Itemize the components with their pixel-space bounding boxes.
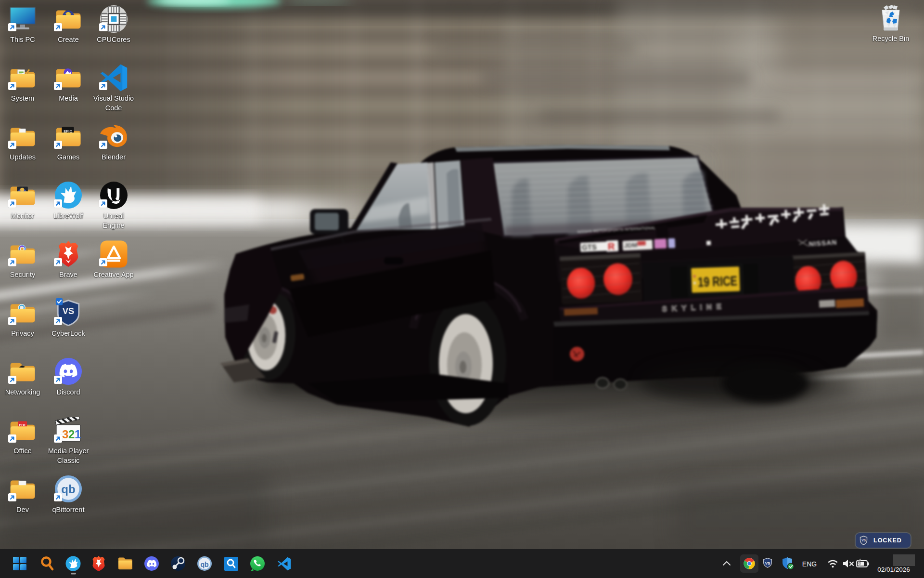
svg-text:VS: VS	[63, 306, 75, 316]
svg-text:GTS: GTS	[582, 243, 597, 251]
svg-text:qb: qb	[61, 483, 76, 496]
svg-text:3: 3	[62, 428, 68, 441]
svg-text:02/01/2026: 02/01/2026	[877, 566, 910, 573]
svg-text:R: R	[607, 241, 615, 252]
svg-text:2: 2	[68, 428, 75, 441]
svg-text:ENG: ENG	[802, 560, 817, 568]
svg-text:VS: VS	[765, 561, 770, 565]
svg-text:qb: qb	[200, 561, 208, 568]
svg-text:JDM: JDM	[624, 241, 638, 249]
svg-text:VS: VS	[861, 539, 866, 542]
svg-text:1: 1	[75, 428, 81, 441]
svg-text:19 RICE: 19 RICE	[697, 274, 737, 290]
